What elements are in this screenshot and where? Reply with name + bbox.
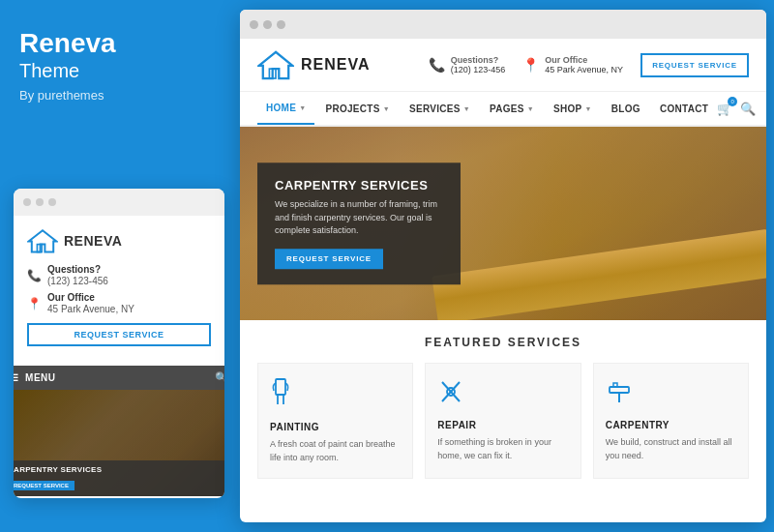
mobile-dot-1	[23, 198, 31, 206]
service-desc-carpentry: We build, construct and install all you …	[606, 436, 736, 462]
desktop-request-service-button[interactable]: REQUEST SERVICE	[640, 53, 749, 77]
mobile-questions-phone: (123) 123-456	[47, 275, 108, 287]
chevron-down-icon: ▼	[527, 105, 534, 112]
search-icon-button[interactable]: 🔍	[740, 102, 756, 116]
desktop-dot-1	[250, 20, 258, 29]
chevron-down-icon: ▼	[463, 105, 470, 112]
services-grid: PAINTING A fresh coat of paint can breat…	[257, 363, 749, 479]
mobile-brand-text: RENEVA	[64, 233, 122, 249]
nav-icons: 🛒 0 🔍	[717, 102, 756, 116]
desktop-location-icon: 📍	[522, 57, 539, 73]
hero-content-box: CARPENTRY SERVICES We specialize in a nu…	[257, 163, 461, 284]
mobile-location-icon: 📍	[27, 297, 42, 310]
desktop-logo-row: RENEVA	[257, 48, 371, 81]
mobile-phone-icon: 📞	[27, 269, 42, 282]
nav-item-projects[interactable]: PROJECTS▼	[316, 92, 399, 125]
mobile-office-label: Our Office	[47, 292, 134, 303]
desktop-office-label: Our Office	[545, 55, 623, 65]
nav-item-pages[interactable]: PAGES▼	[481, 92, 543, 125]
mobile-office-address: 45 Park Avenue, NY	[47, 303, 134, 315]
nav-item-shop[interactable]: SHOP▼	[545, 92, 601, 125]
mobile-questions-row: 📞 Questions? (123) 123-456	[27, 264, 211, 287]
mobile-dot-3	[48, 198, 56, 206]
carpentry-icon	[606, 377, 736, 410]
mobile-questions-label: Questions?	[47, 264, 108, 275]
featured-title: FEATURED SERVICES	[257, 336, 749, 349]
featured-section: FEATURED SERVICES PAINTING A fresh coat …	[240, 320, 766, 494]
left-panel: Reneva Theme By purethemes RENEVA 📞 Ques…	[0, 0, 227, 532]
brand-theme: Theme	[19, 59, 208, 82]
desktop-office-item: 📍 Our Office 45 Park Avenue, NY	[522, 55, 623, 74]
nav-item-services[interactable]: SERVICES▼	[401, 92, 479, 125]
mobile-search-icon[interactable]: 🔍	[215, 371, 224, 384]
mobile-hero-button[interactable]: REQUEST SERVICE	[14, 481, 74, 490]
desktop-logo-icon	[257, 48, 294, 81]
hero-description: We specialize in a number of framing, tr…	[275, 198, 443, 238]
mobile-dot-2	[36, 198, 44, 206]
service-card-painting: PAINTING A fresh coat of paint can breat…	[257, 363, 413, 479]
chevron-down-icon: ▼	[585, 105, 592, 112]
desktop-questions-phone: (120) 123-456	[451, 65, 506, 74]
mobile-office-row: 📍 Our Office 45 Park Avenue, NY	[27, 292, 211, 315]
nav-item-home[interactable]: HOME▼	[257, 92, 314, 125]
chevron-down-icon: ▼	[299, 104, 306, 111]
service-card-carpentry: CARPENTRY We build, construct and instal…	[593, 363, 749, 479]
hero-request-service-button[interactable]: REQUEST SERVICE	[275, 249, 383, 269]
desktop-mockup: RENEVA 📞 Questions? (120) 123-456 📍 Our …	[240, 10, 766, 522]
desktop-questions-label: Questions?	[451, 55, 506, 65]
nav-item-blog[interactable]: BLOG	[603, 92, 649, 125]
mobile-menu-bar: ☰ MENU 🔍	[14, 366, 224, 390]
service-desc-painting: A fresh coat of paint can breathe life i…	[270, 438, 401, 464]
mobile-logo-row: RENEVA	[27, 227, 211, 254]
desktop-dot-2	[263, 20, 272, 29]
hero-title: CARPENTRY SERVICES	[275, 178, 443, 192]
desktop-contact-group: 📞 Questions? (120) 123-456 📍 Our Office …	[429, 53, 749, 77]
mobile-request-service-button[interactable]: REQUEST SERVICE	[27, 323, 211, 346]
desktop-hero: CARPENTRY SERVICES We specialize in a nu…	[240, 127, 766, 320]
desktop-titlebar	[240, 10, 766, 39]
mobile-hero-title: CARPENTRY SERVICES	[14, 465, 224, 474]
repair-icon	[437, 377, 568, 410]
mobile-logo-icon	[27, 227, 58, 254]
brand-by: By purethemes	[19, 88, 208, 103]
desktop-brand-text: RENEVA	[301, 56, 371, 74]
mobile-hero: CARPENTRY SERVICES REQUEST SERVICE	[14, 390, 224, 496]
desktop-nav: HOME▼ PROJECTS▼ SERVICES▼ PAGES▼ SHOP▼ B…	[240, 92, 766, 127]
service-name-carpentry: CARPENTRY	[606, 420, 736, 430]
service-card-repair: REPAIR If something is broken in your ho…	[425, 363, 580, 479]
chevron-down-icon: ▼	[383, 105, 390, 112]
desktop-nav-items: HOME▼ PROJECTS▼ SERVICES▼ PAGES▼ SHOP▼ B…	[257, 92, 717, 125]
cart-icon-button[interactable]: 🛒 0	[717, 102, 732, 116]
mobile-mockup: RENEVA 📞 Questions? (123) 123-456 📍 Our …	[14, 189, 224, 498]
desktop-questions-item: 📞 Questions? (120) 123-456	[429, 55, 506, 74]
mobile-titlebar	[14, 189, 224, 216]
service-desc-repair: If something is broken in your home, we …	[437, 436, 568, 462]
hamburger-icon: ☰	[14, 372, 19, 383]
brand-title: Reneva	[19, 29, 208, 59]
svg-rect-11	[613, 383, 617, 387]
mobile-hero-content: CARPENTRY SERVICES REQUEST SERVICE	[14, 460, 224, 496]
desktop-dot-3	[277, 20, 285, 29]
desktop-office-address: 45 Park Avenue, NY	[545, 65, 623, 74]
desktop-phone-icon: 📞	[429, 57, 445, 73]
painting-icon	[270, 377, 401, 412]
desktop-header: RENEVA 📞 Questions? (120) 123-456 📍 Our …	[240, 39, 766, 92]
service-name-repair: REPAIR	[437, 420, 568, 430]
service-name-painting: PAINTING	[270, 422, 401, 432]
nav-item-contact[interactable]: CONTACT	[651, 92, 717, 125]
mobile-content: RENEVA 📞 Questions? (123) 123-456 📍 Our …	[14, 216, 224, 366]
svg-rect-10	[610, 387, 629, 393]
svg-rect-4	[276, 379, 285, 395]
cart-badge: 0	[728, 97, 737, 106]
mobile-menu-label: ☰ MENU	[14, 372, 56, 383]
